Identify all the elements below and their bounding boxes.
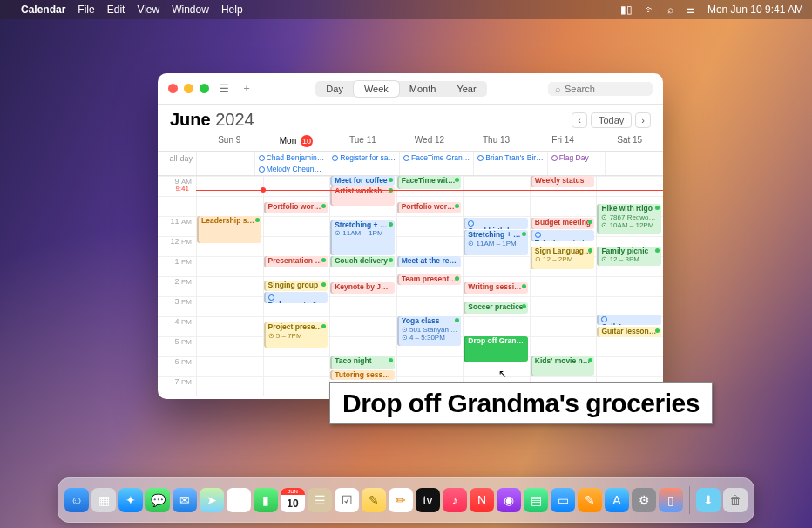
week-grid[interactable]: 9 AM11 AM12 PM1 PM2 PM3 PM4 PM5 PM6 PM7 …: [158, 176, 663, 399]
grid-slot[interactable]: [196, 376, 263, 396]
dock-numbers-icon[interactable]: ▤: [524, 488, 548, 512]
allday-cell[interactable]: [196, 152, 254, 175]
menu-edit[interactable]: Edit: [107, 3, 125, 16]
dock-freeform-icon[interactable]: ✏: [389, 488, 413, 512]
calendar-event[interactable]: Family picnic⊙ 12 – 3PM: [597, 247, 661, 266]
app-menu[interactable]: Calendar: [21, 3, 65, 16]
dock-safari-icon[interactable]: ✦: [118, 488, 143, 512]
allday-event[interactable]: FaceTime Gran…: [401, 152, 472, 163]
view-day[interactable]: Day: [315, 81, 354, 97]
menu-file[interactable]: File: [78, 3, 94, 16]
grid-slot[interactable]: [196, 316, 263, 336]
dock-pages-icon[interactable]: ✎: [578, 488, 602, 512]
today-button[interactable]: Today: [591, 112, 632, 128]
dock-reminders-icon[interactable]: ☑: [335, 488, 359, 512]
calendar-event[interactable]: FaceTime with…: [397, 176, 462, 189]
dock-notes-icon[interactable]: ✎: [362, 488, 386, 512]
wifi-icon[interactable]: ᯤ: [645, 3, 655, 16]
calendar-event[interactable]: Writing sessio…: [464, 282, 528, 294]
grid-slot[interactable]: [329, 296, 396, 316]
grid-slot[interactable]: [596, 336, 663, 356]
allday-cell[interactable]: FaceTime Gran…: [399, 152, 473, 175]
calendar-event[interactable]: Kids' movie night: [531, 356, 595, 376]
calendar-event[interactable]: Presentation p…: [264, 256, 328, 267]
dock-trash-icon[interactable]: 🗑: [723, 488, 748, 512]
grid-slot[interactable]: [463, 316, 530, 336]
calendar-event[interactable]: Keynote by Ja…: [330, 282, 395, 294]
grid-slot[interactable]: [463, 196, 530, 216]
allday-event[interactable]: Register for sa…: [329, 152, 398, 163]
dock-messages-icon[interactable]: 💬: [145, 488, 170, 512]
calendar-event[interactable]: Take Luna to th…: [531, 230, 595, 241]
grid-slot[interactable]: [196, 196, 263, 216]
grid-slot[interactable]: [263, 176, 330, 196]
dock-music-icon[interactable]: ♪: [443, 488, 467, 512]
calendar-event[interactable]: Drop off Grandma's groceries: [464, 336, 528, 362]
calendar-event[interactable]: Weekly status: [531, 176, 595, 187]
dock-mail-icon[interactable]: ✉: [173, 488, 197, 512]
calendar-event[interactable]: Stretching + weights⊙ 11AM – 1PM: [330, 220, 395, 255]
calendar-event[interactable]: Budget meeting: [531, 218, 595, 229]
calendar-event[interactable]: Pick up arts & …: [264, 292, 328, 303]
view-year[interactable]: Year: [446, 81, 486, 97]
menu-view[interactable]: View: [137, 3, 159, 16]
calendar-event[interactable]: Yoga class⊙ 501 Stanyan St.,…⊙ 4 – 5:30P…: [397, 316, 462, 346]
next-week-button[interactable]: ›: [635, 112, 651, 128]
calendar-event[interactable]: Sign Language Club⊙ 12 – 2PM: [531, 247, 595, 270]
allday-event[interactable]: Melody Cheun…: [256, 164, 328, 174]
grid-slot[interactable]: [596, 356, 663, 376]
calendar-event[interactable]: Project presentations⊙ 5 – 7PM: [264, 322, 328, 348]
grid-slot[interactable]: [263, 216, 330, 236]
calendar-event[interactable]: Meet at the res…: [397, 256, 462, 267]
grid-slot[interactable]: [263, 236, 330, 256]
grid-slot[interactable]: [530, 296, 597, 316]
grid-slot[interactable]: [396, 236, 464, 256]
grid-slot[interactable]: [530, 316, 597, 336]
calendar-event[interactable]: Tutoring session: [330, 370, 395, 380]
view-week[interactable]: Week: [354, 81, 399, 97]
grid-slot[interactable]: [329, 336, 396, 356]
grid-slot[interactable]: [396, 216, 464, 236]
grid-slot[interactable]: [196, 276, 263, 296]
allday-cell[interactable]: [605, 152, 663, 175]
dock-news-icon[interactable]: N: [470, 488, 494, 512]
grid-slot[interactable]: [463, 256, 530, 276]
calendar-event[interactable]: Singing group: [264, 281, 328, 292]
dock-maps-icon[interactable]: ➤: [200, 488, 224, 512]
menubar-clock[interactable]: Mon Jun 10 9:41 AM: [707, 3, 803, 16]
calendar-event[interactable]: Soccer practice: [464, 302, 528, 314]
grid-slot[interactable]: [196, 256, 263, 276]
window-close-button[interactable]: [168, 84, 178, 93]
calendar-event[interactable]: Team presenta…: [397, 274, 462, 286]
grid-slot[interactable]: [329, 316, 396, 336]
allday-event[interactable]: Flag Day: [549, 152, 605, 163]
calendar-event[interactable]: Meet for coffee: [330, 176, 395, 186]
calendar-event[interactable]: Taco night: [330, 356, 395, 369]
dock-launchpad-icon[interactable]: ▦: [91, 488, 116, 512]
grid-slot[interactable]: [196, 356, 263, 376]
grid-slot[interactable]: [263, 376, 330, 396]
calendar-event[interactable]: Portfolio work…: [264, 202, 328, 213]
dock-facetime-icon[interactable]: ▮: [254, 488, 278, 512]
allday-event[interactable]: Chad Benjamin…: [256, 152, 328, 163]
view-month[interactable]: Month: [399, 81, 447, 97]
window-zoom-button[interactable]: [200, 84, 209, 93]
window-minimize-button[interactable]: [184, 84, 193, 93]
dock-contacts-icon[interactable]: ☰: [308, 488, 332, 512]
grid-slot[interactable]: [530, 336, 597, 356]
grid-slot[interactable]: [596, 296, 663, 316]
calendar-event[interactable]: Couch delivery: [330, 256, 395, 267]
add-event-icon[interactable]: ＋: [239, 81, 254, 96]
grid-slot[interactable]: [196, 336, 263, 356]
allday-cell[interactable]: Register for sa…: [328, 152, 399, 175]
grid-slot[interactable]: [196, 296, 263, 316]
dock-downloads-icon[interactable]: ⬇: [696, 488, 721, 512]
dock-tv-icon[interactable]: tv: [416, 488, 440, 512]
grid-slot[interactable]: [596, 176, 663, 196]
dock-podcasts-icon[interactable]: ◉: [497, 488, 521, 512]
grid-slot[interactable]: [463, 176, 530, 196]
grid-slot[interactable]: [196, 176, 263, 196]
battery-icon[interactable]: ▮▯: [620, 3, 633, 16]
prev-week-button[interactable]: ‹: [572, 112, 587, 128]
calendar-event[interactable]: Send birthday…: [464, 218, 528, 229]
